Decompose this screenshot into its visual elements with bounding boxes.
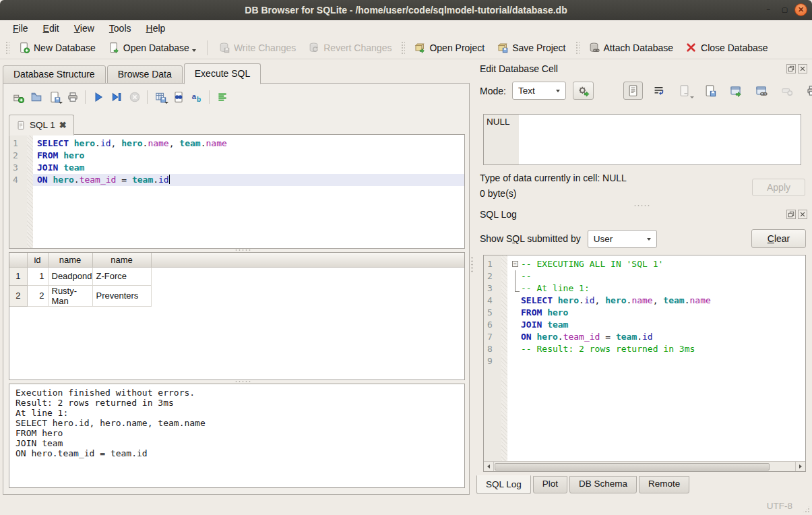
sql-log-view[interactable]: 123456789 −-- EXECUTING ALL IN 'SQL 1'--… <box>483 255 806 472</box>
bottom-tab-remote[interactable]: Remote <box>639 476 689 493</box>
apply-button[interactable]: Apply <box>752 179 805 196</box>
corner-header[interactable] <box>9 253 27 267</box>
new-tab-button[interactable] <box>9 88 27 105</box>
close-panel-icon[interactable] <box>798 210 807 219</box>
splitter-handle[interactable] <box>235 249 252 252</box>
row-header[interactable]: 1 <box>9 267 27 285</box>
import-data-button[interactable] <box>675 82 694 100</box>
toolbar-separator <box>207 40 208 55</box>
dropdown-caret-icon[interactable] <box>192 49 196 52</box>
resize-grip[interactable] <box>802 505 811 514</box>
new-database-label: New Database <box>34 42 96 53</box>
word-wrap-button[interactable] <box>649 82 668 100</box>
minimize-button[interactable]: − <box>762 3 775 16</box>
menu-tools[interactable]: Tools <box>102 22 139 35</box>
revert-changes-button[interactable]: Revert Changes <box>302 39 398 56</box>
save-results-button[interactable] <box>151 88 169 105</box>
horizontal-scrollbar[interactable] <box>484 461 805 471</box>
print-button[interactable] <box>803 82 812 100</box>
bottom-tab-db-schema[interactable]: DB Schema <box>569 476 637 493</box>
toolbar-handle[interactable] <box>5 40 9 55</box>
new-database-icon <box>18 42 30 53</box>
stop-button[interactable] <box>125 88 144 105</box>
float-panel-icon[interactable] <box>786 210 796 219</box>
clear-button[interactable]: Clear <box>751 229 806 248</box>
maximize-button[interactable]: ▢ <box>778 3 791 16</box>
format-sql-button[interactable] <box>213 88 231 105</box>
open-external-button[interactable] <box>726 82 745 100</box>
table-cell[interactable]: 1 <box>27 267 48 285</box>
export-data-button[interactable] <box>700 82 720 100</box>
bottom-tab-plot[interactable]: Plot <box>533 476 567 493</box>
menu-file[interactable]: File <box>5 22 36 35</box>
write-changes-button[interactable]: Write Changes <box>212 39 302 56</box>
table-cell[interactable]: Z-Force <box>92 267 151 285</box>
save-sql-file-button[interactable] <box>45 88 63 105</box>
scrollbar-thumb[interactable] <box>495 463 770 471</box>
fold-marker-icon[interactable]: − <box>511 258 521 270</box>
open-project-button[interactable]: Open Project <box>408 39 491 56</box>
code-line: −-- EXECUTING ALL IN 'SQL 1' <box>507 258 805 270</box>
menu-bar: FileEditViewToolsHelp <box>0 20 812 36</box>
execute-sql-pane: ab SQL 1 ✖ 1234 SELECT hero.id, hero.nam… <box>3 83 470 495</box>
window-title: DB Browser for SQLite - /home/user/code/… <box>245 5 567 16</box>
close-button[interactable]: ✕ <box>794 3 807 16</box>
table-row: 22Rusty-ManPreventers <box>9 285 464 306</box>
menu-edit[interactable]: Edit <box>36 22 67 35</box>
splitter-handle[interactable] <box>235 380 252 384</box>
float-panel-icon[interactable] <box>786 64 796 73</box>
code-line: -- <box>507 270 805 282</box>
attach-database-button[interactable]: Attach Database <box>582 39 680 56</box>
column-header[interactable]: name <box>92 253 151 267</box>
toolbar-handle[interactable] <box>400 40 405 55</box>
autocomplete-button[interactable]: ab <box>187 88 206 105</box>
submitter-select[interactable]: User <box>588 230 657 248</box>
tab-browse-data[interactable]: Browse Data <box>107 65 183 84</box>
auto-apply-button[interactable] <box>573 82 594 100</box>
dropdown-caret-icon[interactable] <box>59 102 63 104</box>
title-bar[interactable]: DB Browser for SQLite - /home/user/code/… <box>0 0 812 20</box>
filter-label: Show SQL submitted by <box>480 233 581 244</box>
sql-editor[interactable]: 1234 SELECT hero.id, hero.name, team.nam… <box>9 134 465 249</box>
find-button[interactable] <box>169 88 187 105</box>
save-project-button[interactable]: Save Project <box>491 39 571 56</box>
bottom-tab-bar: SQL LogPlotDB SchemaRemote <box>476 476 691 494</box>
open-sql-file-button[interactable] <box>27 88 45 105</box>
tab-execute-sql[interactable]: Execute SQL <box>184 63 261 84</box>
close-tab-icon[interactable]: ✖ <box>59 121 67 129</box>
panel-splitter[interactable] <box>470 256 474 274</box>
table-cell[interactable]: Preventers <box>92 285 151 306</box>
cell-content-editor[interactable]: NULL <box>483 114 801 165</box>
row-header[interactable]: 2 <box>9 285 27 306</box>
bottom-tab-sql-log[interactable]: SQL Log <box>476 475 531 494</box>
mode-select[interactable]: Text <box>512 82 566 100</box>
dropdown-caret-icon[interactable] <box>164 102 168 104</box>
close-database-button[interactable]: Close Database <box>679 39 774 56</box>
splitter-handle[interactable] <box>633 204 651 208</box>
log-code-area[interactable]: −-- EXECUTING ALL IN 'SQL 1'---- At line… <box>507 255 805 461</box>
table-cell[interactable]: Deadpond <box>48 267 92 285</box>
table-cell[interactable]: 2 <box>27 285 48 306</box>
execution-message[interactable]: Execution finished without errors. Resul… <box>9 384 465 488</box>
text-mode-button[interactable] <box>623 82 643 100</box>
scroll-right-icon[interactable] <box>795 462 805 471</box>
execute-all-button[interactable] <box>89 88 107 105</box>
copy-link-button[interactable] <box>751 82 771 100</box>
new-database-button[interactable]: New Database <box>12 39 102 56</box>
print-button[interactable] <box>63 88 82 105</box>
toolbar-handle[interactable] <box>575 40 580 55</box>
execute-line-button[interactable] <box>107 88 125 105</box>
sql-tab[interactable]: SQL 1 ✖ <box>9 115 74 135</box>
editor-code-area[interactable]: SELECT hero.id, hero.name, team.nameFROM… <box>33 135 464 248</box>
menu-view[interactable]: View <box>67 22 102 35</box>
menu-help[interactable]: Help <box>139 22 173 35</box>
column-header[interactable]: name <box>48 253 92 267</box>
close-panel-icon[interactable] <box>798 64 807 73</box>
open-database-button[interactable]: Open Database <box>102 39 202 56</box>
set-null-button[interactable] <box>777 82 797 100</box>
scroll-left-icon[interactable] <box>484 462 494 471</box>
tab-database-structure[interactable]: Database Structure <box>3 65 106 84</box>
table-cell[interactable]: Rusty-Man <box>48 285 92 306</box>
main-tab-bar: Database StructureBrowse DataExecute SQL <box>3 63 262 84</box>
column-header[interactable]: id <box>27 253 48 267</box>
